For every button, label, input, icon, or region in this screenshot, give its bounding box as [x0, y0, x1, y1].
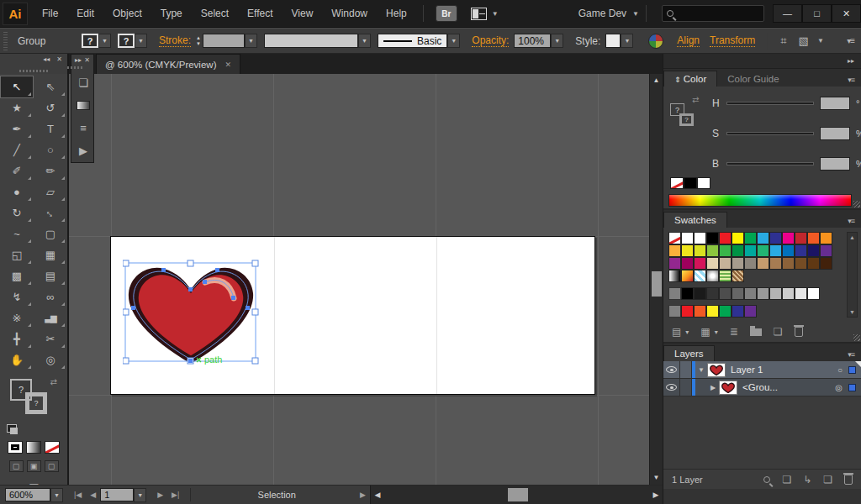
maximize-button[interactable]: □ — [802, 4, 832, 23]
swatch[interactable] — [719, 305, 732, 318]
swatch[interactable] — [757, 244, 769, 257]
swatch[interactable] — [744, 305, 757, 318]
swatch[interactable] — [769, 287, 782, 300]
lock-toggle[interactable] — [680, 379, 692, 396]
fill-color-well[interactable]: ? — [82, 34, 98, 48]
black-swatch[interactable] — [684, 177, 697, 189]
swatch[interactable] — [694, 244, 706, 257]
free-transform-tool[interactable]: ▢ — [34, 223, 66, 244]
swatch[interactable] — [807, 257, 820, 270]
isolate-object-icon[interactable]: ⌗ — [780, 34, 786, 48]
swatch[interactable] — [681, 305, 694, 318]
swatch[interactable] — [681, 244, 694, 257]
swatch[interactable] — [795, 232, 807, 244]
swatch[interactable] — [706, 244, 719, 257]
align-panel-link[interactable]: Align — [677, 34, 700, 47]
delete-swatch-icon[interactable] — [795, 327, 803, 337]
visibility-toggle[interactable] — [663, 379, 680, 396]
swatch[interactable] — [668, 305, 681, 318]
collapse-tools-icon[interactable]: ◂◂ — [43, 55, 50, 63]
stroke-weight-value[interactable] — [203, 34, 245, 48]
select-similar-icon[interactable]: ▧ — [799, 34, 809, 47]
stroke-weight-dropdown[interactable]: ▼ — [245, 34, 257, 48]
line-segment-tool[interactable]: ╱ — [1, 139, 33, 160]
width-profile-dropdown[interactable]: ▼ — [358, 34, 371, 48]
drag-grip[interactable] — [3, 32, 8, 50]
swatch[interactable] — [795, 244, 807, 257]
close-dock-icon[interactable]: ✕ — [84, 56, 90, 64]
horizontal-scrollbar[interactable]: ◀ ▶ — [370, 486, 663, 504]
collapse-panels-icon[interactable]: ▸▸ — [848, 57, 854, 65]
swatch[interactable] — [795, 257, 807, 270]
tab-color[interactable]: ⇕ Color — [663, 71, 717, 87]
width-tool[interactable]: ~ — [1, 223, 33, 244]
zoom-tool[interactable]: ◎ — [34, 349, 66, 370]
eyedropper-tool[interactable]: ↯ — [1, 286, 33, 307]
swatch[interactable] — [820, 257, 832, 270]
document-close-icon[interactable]: ✕ — [224, 60, 231, 69]
none-paint-button[interactable] — [45, 441, 60, 454]
symbols-panel-icon[interactable]: ▶ — [71, 139, 95, 162]
group-thumbnail[interactable] — [719, 381, 737, 395]
swatch[interactable] — [769, 257, 782, 270]
document-tab[interactable]: @ 600% (CMYK/Preview) ✕ — [96, 54, 240, 74]
pen-tool[interactable]: ✒ — [1, 118, 33, 139]
stroke-weight-stepper[interactable]: ▲▼ — [196, 35, 201, 47]
swatch[interactable] — [668, 270, 681, 282]
scroll-up-icon[interactable]: ▲ — [650, 74, 663, 86]
draw-inside-button[interactable]: ▢ — [45, 460, 59, 472]
swatch[interactable] — [719, 244, 732, 257]
symbol-sprayer-tool[interactable]: ※ — [1, 307, 33, 328]
scroll-right-icon[interactable]: ▶ — [649, 491, 663, 499]
swatch[interactable] — [668, 287, 681, 300]
new-layer-icon[interactable]: ❏ — [823, 474, 832, 486]
swatch[interactable] — [694, 270, 706, 282]
selected-heart-artwork[interactable]: path — [123, 257, 259, 368]
paintbrush-tool[interactable]: ✐ — [1, 160, 33, 181]
selection-indicator[interactable] — [848, 384, 856, 391]
white-swatch[interactable] — [697, 177, 710, 189]
swatch[interactable] — [744, 232, 757, 244]
scroll-down-icon[interactable]: ▼ — [650, 471, 663, 483]
clipping-mask-icon[interactable]: ❏ — [782, 474, 791, 486]
swatch[interactable] — [757, 232, 769, 244]
brightness-slider[interactable] — [726, 162, 814, 165]
scroll-down-icon[interactable]: ▼ — [849, 309, 855, 315]
slice-tool[interactable]: ✂ — [34, 328, 66, 349]
stroke-panel-link[interactable]: Stroke: — [159, 34, 191, 47]
saturation-value[interactable] — [820, 127, 850, 140]
swatch[interactable] — [668, 232, 681, 244]
control-panel-menu-icon[interactable]: ▾≡ — [847, 36, 854, 45]
visibility-toggle[interactable] — [663, 361, 680, 378]
swatch-libraries-icon[interactable]: ▤▾ — [672, 326, 689, 338]
artboard-number-dropdown[interactable]: ▼ — [134, 488, 146, 502]
swatch[interactable] — [744, 287, 757, 300]
swatch[interactable] — [668, 257, 681, 270]
swatch[interactable] — [820, 232, 832, 244]
gradient-paint-button[interactable] — [26, 441, 41, 454]
swatch[interactable] — [732, 232, 744, 244]
swatch[interactable] — [807, 287, 820, 300]
draw-normal-button[interactable]: ▢ — [9, 460, 24, 472]
pencil-tool[interactable]: ✏ — [34, 160, 66, 181]
recolor-artwork-icon[interactable] — [648, 34, 663, 49]
selection-tool[interactable]: ↖ — [1, 76, 33, 97]
swatch[interactable] — [744, 244, 757, 257]
swatch[interactable] — [732, 270, 744, 282]
perspective-grid-tool[interactable]: ▦ — [34, 244, 66, 265]
mesh-tool[interactable]: ▩ — [1, 265, 33, 286]
type-tool[interactable]: T — [34, 118, 66, 139]
swatch[interactable] — [807, 232, 820, 244]
direct-selection-tool[interactable]: ⇖ — [34, 76, 66, 97]
artboard-number-value[interactable]: 1 — [100, 488, 134, 501]
swatch[interactable] — [769, 244, 782, 257]
draw-behind-button[interactable]: ▣ — [27, 460, 41, 472]
hand-tool[interactable]: ✋ — [1, 349, 33, 370]
graphic-style-well[interactable] — [605, 34, 621, 48]
transform-panel-link[interactable]: Transform — [710, 34, 755, 47]
color-panel-menu-icon[interactable]: ▾≡ — [848, 76, 861, 87]
swatch[interactable] — [681, 257, 694, 270]
next-artboard-button[interactable]: ▶ — [157, 491, 163, 499]
target-icon-selected[interactable]: ◎ — [835, 383, 843, 392]
swatch[interactable] — [706, 305, 719, 318]
